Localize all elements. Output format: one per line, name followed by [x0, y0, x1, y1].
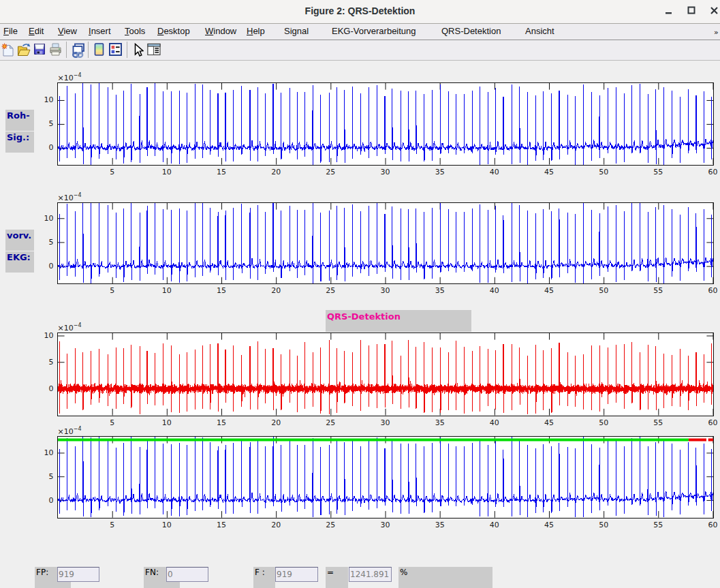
plot1-signal — [58, 83, 713, 165]
plot3-xtick-30: 30 — [375, 418, 396, 427]
plot2-label-row2-text: EKG: — [7, 252, 31, 262]
equals-label: = — [327, 568, 334, 577]
plot1-ytick-10: 10 — [33, 95, 54, 104]
plot2-xtick-50: 50 — [593, 286, 614, 295]
plot1-ytick-5: 5 — [33, 119, 54, 128]
plot1-exponent-base: ×10 — [58, 74, 74, 82]
plot3-exponent-base: ×10 — [58, 324, 74, 332]
plot4-exponent-sup: −4 — [74, 426, 82, 432]
plot1-xtick-15: 15 — [211, 168, 232, 176]
plot2-xtick-20: 20 — [266, 286, 286, 295]
plot1-exponent-sup: −4 — [74, 72, 82, 78]
plot1-svg — [58, 83, 713, 165]
plot4-ticks — [58, 437, 713, 518]
ratio-value-field[interactable]: 1241.891 — [349, 567, 392, 582]
plot4-xtick-55: 55 — [648, 521, 668, 529]
plot4-svg — [58, 437, 713, 518]
plot2-ytick-5: 5 — [33, 238, 54, 247]
plot1-axes[interactable] — [57, 82, 714, 166]
plot3-xtick-25: 25 — [320, 418, 341, 427]
plot4-xtick-40: 40 — [484, 521, 505, 529]
plot3-exponent-sup: −4 — [74, 322, 82, 328]
plot3-ytick-5: 5 — [33, 358, 54, 367]
f-value-field[interactable]: 919 — [275, 567, 318, 582]
plot3-xtick-5: 5 — [102, 418, 123, 427]
plot3-xtick-40: 40 — [484, 418, 505, 427]
plot2-xtick-35: 35 — [430, 286, 450, 295]
plot3-xtick-55: 55 — [648, 418, 668, 427]
plot1-xtick-30: 30 — [375, 168, 396, 176]
plot3-xtick-60: 60 — [703, 418, 720, 427]
plot2-xtick-10: 10 — [157, 286, 177, 295]
plot2-ticks — [58, 203, 713, 283]
matlab-figure-window: Figure 2: QRS-Detektion FileEditViewInse… — [0, 0, 720, 588]
plot4-ytick-0: 0 — [33, 496, 54, 505]
plot3-axes[interactable] — [57, 332, 714, 416]
plot3-xtick-15: 15 — [211, 418, 232, 427]
plot2-label-row1: vorv. — [5, 230, 34, 251]
plot4-axes[interactable] — [57, 436, 714, 519]
plot1-xtick-10: 10 — [157, 168, 177, 176]
plot4-xtick-60: 60 — [703, 521, 720, 529]
plot1-xtick-55: 55 — [648, 168, 668, 176]
figure-canvas: Roh- Sig.: vorv. EKG: QRS-Detektion FP: … — [0, 0, 720, 588]
plot4-xtick-45: 45 — [539, 521, 559, 529]
plot4-xtick-15: 15 — [211, 521, 232, 529]
plot1-xtick-25: 25 — [320, 168, 341, 176]
percent-label-patch: % — [398, 567, 492, 588]
plot1-ticks — [58, 83, 713, 165]
fn-label: FN: — [145, 568, 159, 577]
fn-value-field[interactable]: 0 — [166, 567, 208, 582]
plot3-svg — [58, 333, 713, 416]
plot2-exponent-sup: −4 — [74, 192, 82, 198]
plot3-title-box: QRS-Detektion — [326, 310, 471, 332]
plot4-xtick-20: 20 — [266, 521, 286, 529]
plot2-xtick-45: 45 — [539, 286, 559, 295]
plot1-xtick-20: 20 — [266, 168, 286, 176]
plot1-xtick-5: 5 — [102, 168, 123, 176]
plot3-ytick-10: 10 — [33, 331, 54, 340]
fp-value-field[interactable]: 919 — [57, 567, 99, 582]
plot2-xtick-30: 30 — [375, 286, 396, 295]
plot3-xtick-45: 45 — [539, 418, 559, 427]
plot3-xtick-10: 10 — [157, 418, 177, 427]
plot2-label-row1-text: vorv. — [7, 230, 31, 241]
plot2-axes[interactable] — [57, 202, 714, 284]
plot4-xtick-10: 10 — [157, 521, 177, 529]
plot3-ticks — [58, 333, 713, 416]
plot1-xtick-40: 40 — [484, 168, 505, 176]
f-label: F : — [255, 568, 265, 577]
plot4-ytick-10: 10 — [33, 448, 54, 457]
plot4-xtick-50: 50 — [593, 521, 614, 529]
plot2-exponent-label: ×10−4 — [58, 192, 82, 202]
plot1-ytick-0: 0 — [33, 143, 54, 152]
percent-label: % — [400, 568, 407, 577]
plot2-svg — [58, 203, 713, 283]
plot4-signal — [58, 437, 713, 517]
plot2-ytick-0: 0 — [33, 262, 54, 270]
plot3-xtick-50: 50 — [593, 418, 614, 427]
plot2-xtick-15: 15 — [211, 286, 232, 295]
plot1-xtick-45: 45 — [539, 168, 559, 176]
plot4-exponent-base: ×10 — [58, 427, 74, 436]
plot1-xtick-60: 60 — [703, 168, 720, 176]
plot3-title: QRS-Detektion — [327, 311, 401, 322]
plot4-ytick-5: 5 — [33, 472, 54, 481]
plot2-exponent-base: ×10 — [58, 194, 74, 202]
plot4-xtick-30: 30 — [375, 521, 396, 529]
plot2-xtick-5: 5 — [102, 286, 123, 295]
plot3-xtick-35: 35 — [430, 418, 450, 427]
fp-label: FP: — [36, 568, 48, 577]
plot1-label-row2: Sig.: — [5, 131, 34, 153]
plot3-exponent-label: ×10−4 — [58, 322, 82, 332]
plot1-xtick-35: 35 — [430, 168, 450, 176]
plot4-xtick-25: 25 — [320, 521, 341, 529]
plot2-label-row2: EKG: — [5, 251, 34, 273]
plot3-signal — [58, 340, 713, 414]
plot4-exponent-label: ×10−4 — [58, 426, 82, 436]
plot2-xtick-40: 40 — [484, 286, 505, 295]
plot2-ytick-10: 10 — [33, 214, 54, 223]
plot1-exponent-label: ×10−4 — [58, 72, 82, 82]
plot3-xtick-20: 20 — [266, 418, 286, 427]
equals-label-patch: = — [326, 567, 348, 588]
